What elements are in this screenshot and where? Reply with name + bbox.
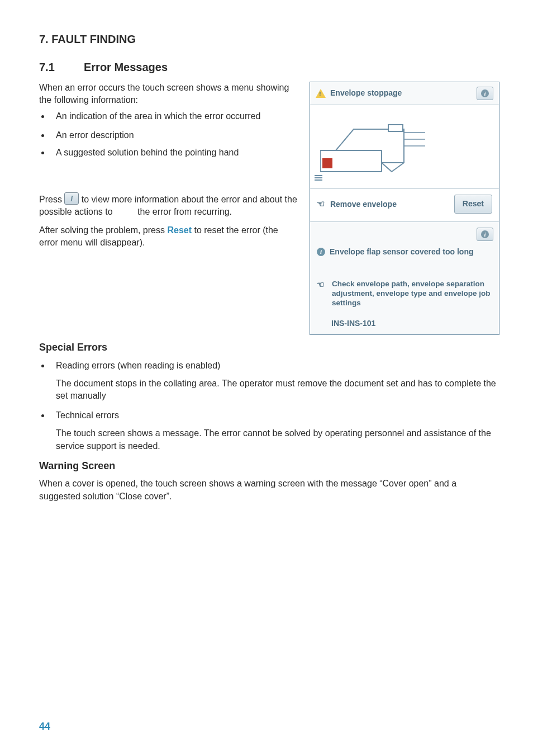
error-code: INS-INS-101 xyxy=(310,310,499,335)
pointing-hand-icon: ☜ xyxy=(317,280,324,308)
svg-rect-2 xyxy=(388,125,403,131)
technical-error-desc: The touch screen shows a message. The er… xyxy=(56,427,499,452)
error-title: Envelope stoppage xyxy=(330,88,402,99)
reset-button[interactable]: Reset xyxy=(454,195,492,214)
reset-inline-label: Reset xyxy=(167,225,192,235)
info-button[interactable]: i xyxy=(477,87,493,100)
action-text: Remove envelope xyxy=(330,200,397,209)
special-errors-heading: Special Errors xyxy=(39,341,499,355)
special-errors-list: Reading errors (when reading is enabled) xyxy=(39,360,499,372)
section-heading: 7. FAULT FINDING xyxy=(39,31,499,47)
page-number: 44 xyxy=(39,720,50,734)
check-text: Check envelope path, envelope separation… xyxy=(332,280,492,308)
press-instruction: Press to view more information about the… xyxy=(39,192,297,219)
error-screen-illustration: Envelope stoppage i xyxy=(310,82,499,335)
list-item: Reading errors (when reading is enabled) xyxy=(50,360,499,372)
list-item: An error description xyxy=(50,129,297,141)
list-item: Technical errors xyxy=(50,409,499,422)
error-diagram-area xyxy=(310,105,499,189)
reset-instruction: After solving the problem, press Reset t… xyxy=(39,224,297,249)
intro-paragraph: When an error occurs the touch screen sh… xyxy=(39,82,297,107)
info-icon[interactable] xyxy=(64,192,79,205)
reading-error-desc: The document stops in the collating area… xyxy=(56,377,499,403)
list-item: A suggested solution behind the pointing… xyxy=(50,147,297,159)
special-errors-list-2: Technical errors xyxy=(39,409,499,422)
pointing-hand-icon: ☜ xyxy=(317,199,325,209)
warning-screen-text: When a cover is opened, the touch screen… xyxy=(39,478,499,503)
machine-diagram-icon xyxy=(320,111,432,178)
subsection-heading: 7.1Error Messages xyxy=(39,59,499,75)
intro-bullet-list: An indication of the area in which the e… xyxy=(39,110,297,159)
warning-screen-heading: Warning Screen xyxy=(39,459,499,473)
svg-rect-1 xyxy=(322,158,332,168)
info-button[interactable]: i xyxy=(477,228,493,241)
info-icon: i xyxy=(317,248,325,256)
warning-icon xyxy=(316,89,326,98)
detail-title: Envelope flap sensor covered too long xyxy=(330,247,474,258)
list-item: An indication of the area in which the e… xyxy=(50,110,297,122)
